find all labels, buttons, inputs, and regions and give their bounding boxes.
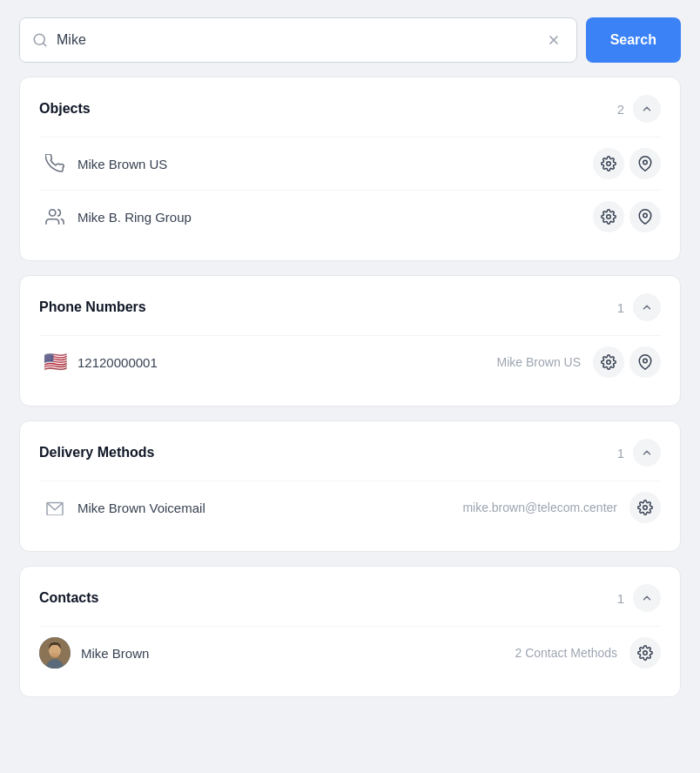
delivery-methods-collapse-button[interactable]	[633, 439, 661, 467]
phone-number-item: 🇺🇸 12120000001 Mike Brown US	[39, 335, 661, 388]
objects-section-header: Objects 2	[39, 95, 661, 123]
phone-number-sub-label: Mike Brown US	[497, 355, 581, 369]
svg-point-7	[607, 215, 611, 219]
user-group-icon	[39, 207, 71, 226]
objects-item-ring-group: Mike B. Ring Group	[39, 190, 661, 243]
contacts-collapse-button[interactable]	[633, 584, 661, 612]
contact-name-label: Mike Brown	[81, 646, 515, 661]
us-flag-icon: 🇺🇸	[39, 351, 71, 373]
search-input-wrapper: Mike	[19, 17, 577, 63]
contact-methods-label: 2 Contact Methods	[515, 646, 617, 660]
phone-numbers-title: Phone Numbers	[39, 299, 146, 315]
delivery-methods-title: Delivery Methods	[39, 445, 154, 460]
delivery-methods-section: Delivery Methods 1 Mike Brown Voicemail …	[19, 420, 681, 552]
search-bar: Mike Search	[19, 17, 681, 63]
email-icon	[39, 500, 71, 515]
contacts-count: 1	[617, 591, 624, 606]
phone-number-label: 12120000001	[77, 355, 497, 370]
voicemail-label: Mike Brown Voicemail	[77, 501, 462, 515]
voicemail-gear-button[interactable]	[629, 492, 661, 523]
objects-section: Objects 2 Mike Brown US	[19, 77, 681, 261]
delivery-method-item: Mike Brown Voicemail mike.brown@telecom.…	[39, 481, 661, 534]
svg-point-5	[643, 160, 648, 165]
phone-icon	[39, 154, 71, 173]
svg-point-8	[643, 213, 648, 218]
contact-gear-button[interactable]	[629, 637, 661, 669]
phone-numbers-header-right: 1	[617, 293, 661, 321]
search-input[interactable]: Mike	[57, 32, 535, 48]
phone-number-location-button[interactable]	[629, 346, 661, 378]
ring-group-location-button[interactable]	[629, 201, 661, 232]
search-button[interactable]: Search	[586, 17, 681, 63]
objects-count: 2	[617, 102, 624, 117]
ring-group-label: Mike B. Ring Group	[77, 210, 588, 225]
main-container: Mike Search Objects 2	[19, 17, 681, 697]
mike-brown-us-label: Mike Brown US	[77, 157, 588, 171]
svg-line-1	[43, 43, 45, 45]
phone-numbers-section: Phone Numbers 1 🇺🇸 12120000001 Mike Brow…	[19, 275, 681, 407]
contact-avatar	[39, 637, 71, 669]
phone-number-gear-button[interactable]	[593, 346, 624, 378]
svg-point-10	[643, 359, 648, 363]
objects-section-header-right: 2	[617, 95, 661, 123]
objects-item-mike-brown-us: Mike Brown US	[39, 137, 661, 190]
mike-brown-us-gear-button[interactable]	[593, 148, 624, 179]
delivery-methods-header-right: 1	[617, 439, 661, 467]
phone-numbers-count: 1	[617, 300, 624, 315]
objects-section-title: Objects	[39, 101, 91, 117]
voicemail-email: mike.brown@telecom.center	[462, 501, 617, 514]
svg-point-4	[607, 162, 611, 166]
contacts-section: Contacts 1	[19, 566, 681, 697]
phone-numbers-header: Phone Numbers 1	[39, 293, 661, 321]
svg-point-16	[643, 651, 648, 655]
contact-item-mike-brown: Mike Brown 2 Contact Methods	[39, 626, 661, 679]
svg-point-9	[607, 360, 611, 365]
svg-point-6	[50, 210, 56, 216]
phone-numbers-collapse-button[interactable]	[633, 293, 661, 321]
ring-group-gear-button[interactable]	[593, 201, 624, 232]
clear-button[interactable]	[543, 30, 564, 50]
search-icon	[32, 32, 48, 48]
contacts-header-right: 1	[617, 584, 661, 612]
objects-collapse-button[interactable]	[633, 95, 661, 123]
contacts-title: Contacts	[39, 590, 98, 606]
delivery-methods-count: 1	[617, 446, 624, 460]
delivery-methods-header: Delivery Methods 1	[39, 439, 661, 467]
mike-brown-us-location-button[interactable]	[629, 148, 661, 179]
svg-point-12	[643, 506, 648, 510]
contacts-header: Contacts 1	[39, 584, 661, 612]
svg-point-15	[50, 653, 59, 658]
